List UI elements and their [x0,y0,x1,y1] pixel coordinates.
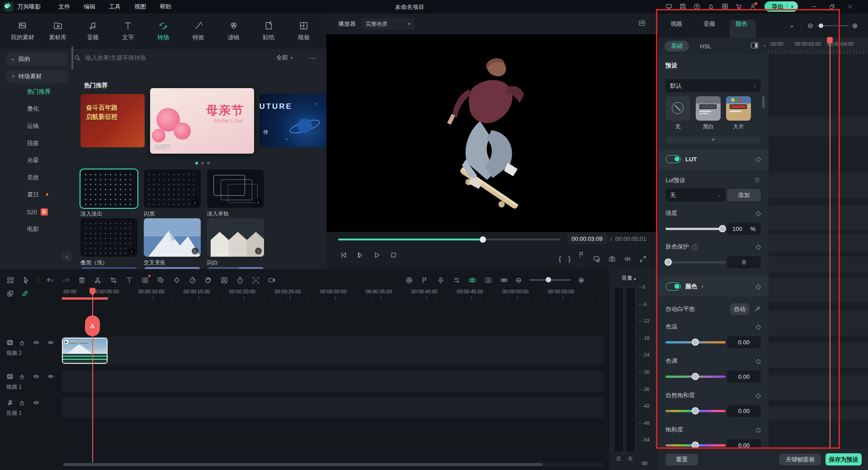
sidebar-item-党政[interactable]: 党政 [0,169,72,186]
tint-keyframe-icon[interactable]: ◇ [755,357,761,365]
sidebar-item-热门推荐[interactable]: 热门推荐 [0,83,72,100]
sidebar-item-光晕[interactable]: 光晕 [0,152,72,169]
tab-hsl[interactable]: HSL [700,43,711,50]
quality-dropdown[interactable]: 完整画质▾ [361,18,415,30]
speed-tool-icon[interactable] [189,276,197,284]
help-icon[interactable]: ? [692,244,698,250]
rendereye-tool-icon[interactable] [484,276,492,284]
video-stage[interactable] [326,34,658,232]
media-tab-我的素材[interactable]: 我的素材 [10,14,35,49]
grid-tool-icon[interactable] [6,276,14,284]
sidebar-item-520[interactable]: 520新 [0,203,72,221]
timeline-playhead[interactable] [90,288,95,295]
mute-button[interactable] [623,255,632,263]
volume-title[interactable]: 音量 ▴ [622,274,636,282]
color-preset-黑白[interactable] [696,96,721,121]
keyframe-playhead[interactable] [827,37,833,44]
kf-zoom-slider[interactable] [817,25,849,26]
carousel-dots[interactable] [195,162,210,164]
media-tab-模板[interactable]: 模板 [291,14,316,49]
stop-button[interactable] [389,251,398,259]
seek-handle[interactable] [480,236,486,243]
lut-preset-dropdown[interactable]: 无⌄ [665,188,726,202]
compare-view-icon[interactable] [751,42,758,48]
zoom-in-icon[interactable]: ⊕ [852,22,858,30]
trash-tool-icon[interactable] [78,276,86,284]
app-logo-icon[interactable] [4,2,14,12]
next-frame-button[interactable] [356,251,364,259]
grid4-icon[interactable] [720,2,730,12]
cutout-tool-icon[interactable] [220,276,228,284]
scope-view-icon[interactable] [638,19,646,27]
mask-tool-icon[interactable] [141,276,149,284]
strength-value[interactable]: 100% [727,223,761,235]
track-lane-video2[interactable] [62,337,604,365]
redo-tool-icon[interactable] [62,276,70,284]
timeline-zoom-slider[interactable] [529,279,571,281]
previous-frame-button[interactable] [339,251,348,259]
timeline-zoom-in-icon[interactable]: ⊕ [579,276,585,284]
insert-copy-icon[interactable] [6,290,14,297]
track-lane-audio1[interactable] [62,397,604,418]
chevron-down-icon[interactable]: ⌄ [763,42,766,47]
upload-icon[interactable] [692,2,702,12]
track-lane-video1[interactable] [62,371,604,392]
palette-tool-icon[interactable] [204,276,212,284]
pointer-tool-icon[interactable] [22,276,30,284]
saturation-slider[interactable] [665,444,726,446]
seek-bar[interactable] [338,239,561,240]
monitor-icon[interactable] [664,2,674,12]
sidebar-item-扭曲[interactable]: 扭曲 [0,135,72,152]
color-preset-大片[interactable] [726,96,751,121]
saturation-value[interactable]: 0.00 [727,439,761,449]
sidebar-item-夏日[interactable]: 夏日 [0,186,72,203]
timeline-ruler[interactable]: :00:0000:00:05:0000:00:10:0000:00:15:000… [62,288,604,301]
vibrance-keyframe-icon[interactable]: ◇ [755,391,761,400]
eyedropper-icon[interactable] [754,306,761,313]
skin-protect-value[interactable]: 0 [727,256,761,268]
saturation-keyframe-icon[interactable]: ◇ [755,426,761,434]
tab-basic[interactable]: 基础 [665,41,689,52]
title-tool-icon[interactable] [125,276,133,284]
transition-tile-闪白[interactable]: ↓ [207,218,264,257]
colorwheel-tool-icon[interactable] [405,276,413,284]
video-clip[interactable]: ▶ user guide [62,338,108,364]
zoom-out-icon[interactable]: ⊖ [807,22,813,30]
inspector-tab-颜色[interactable]: 颜色 [736,20,747,28]
restore-button[interactable] [827,2,837,12]
color-toggle[interactable] [665,282,681,291]
preset-scrollbar[interactable] [762,96,764,108]
close-button[interactable] [845,2,855,12]
undo-tool-icon[interactable] [46,276,54,284]
media-tab-素材库[interactable]: 素材库 [45,14,71,49]
save-icon[interactable] [678,2,688,12]
temp-value[interactable]: 0.00 [727,336,761,348]
menu-视图[interactable]: 视图 [129,1,151,12]
temp-slider[interactable] [665,341,726,343]
split-tool-icon[interactable] [468,276,476,284]
tts-tool-icon[interactable] [157,276,165,284]
media-tab-特效[interactable]: 特效 [186,14,211,49]
awb-auto-button[interactable]: 自动 [730,303,749,315]
vibrance-value[interactable]: 0.00 [727,405,761,417]
inspector-tab-音频[interactable]: 音频 [703,20,715,28]
tint-value[interactable]: 0.00 [727,371,761,383]
transition-tile-闪黑[interactable]: ↓ [144,169,201,208]
skin-keyframe-icon[interactable]: ◇ [755,243,761,251]
save-preset-button[interactable]: 保存为预设 [826,453,862,465]
sidebar-group-我的[interactable]: ▸我的 [6,52,68,66]
timeline-zoom-out-icon[interactable]: ⊖ [516,276,522,284]
sidebar-item-叠化[interactable]: 叠化 [0,100,72,118]
menu-文件[interactable]: 文件 [53,1,75,12]
marker-button[interactable]: ⌄ [578,251,585,267]
more-options-button[interactable]: ⋯ [309,54,316,62]
target-tool-icon[interactable] [252,276,260,284]
flag-tool-icon[interactable] [421,276,429,284]
trash-icon[interactable] [754,177,761,184]
keyframe-tool-icon[interactable] [173,276,181,284]
strength-keyframe-icon[interactable]: ◇ [755,209,761,217]
play-button[interactable] [373,251,381,259]
temp-keyframe-icon[interactable]: ◇ [755,323,761,331]
banner-party-theme[interactable]: 奋斗百年路启航新征程 [80,94,145,147]
media-tab-转场[interactable]: 转场 [151,14,176,49]
